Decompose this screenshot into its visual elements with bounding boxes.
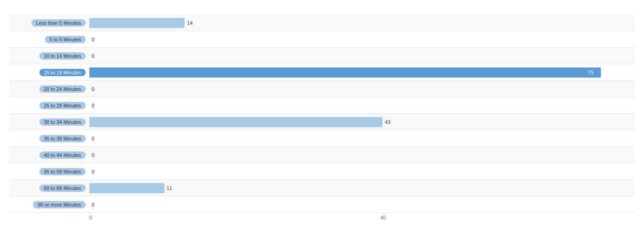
- bar-label-pill: 35 to 39 Minutes: [39, 135, 86, 142]
- bar-label-pill: 60 to 89 Minutes: [39, 184, 86, 192]
- bar-label-pill: 30 to 34 Minutes: [39, 118, 86, 126]
- bar-label-pill: 20 to 24 Minutes: [39, 85, 86, 93]
- bar-row: 5 to 9 Minutes0: [9, 31, 635, 48]
- bar-value: 0: [92, 103, 94, 108]
- bar-row: 35 to 39 Minutes0: [9, 130, 635, 147]
- bar-row: 90 or more Minutes0: [9, 196, 635, 213]
- bar-track: 0: [89, 196, 635, 212]
- bar-fill: [89, 67, 601, 78]
- bar-label-pill: 15 to 19 Minutes: [39, 69, 86, 76]
- bar-value: 0: [92, 86, 94, 92]
- bar-label-pill: Less than 5 Minutes: [32, 19, 86, 27]
- bar-value: 75: [588, 70, 594, 75]
- bar-fill: [89, 117, 382, 127]
- bar-row: 20 to 24 Minutes0: [9, 81, 635, 97]
- bar-label-pill: 5 to 9 Minutes: [45, 36, 86, 43]
- bar-value: 0: [92, 169, 94, 174]
- bar-value: 11: [167, 185, 172, 191]
- bar-track: 14: [89, 15, 635, 31]
- bar-track: 43: [89, 114, 635, 130]
- bar-label-pill: 40 to 44 Minutes: [39, 151, 86, 159]
- bar-value: 0: [92, 53, 94, 59]
- bar-value: 0: [92, 202, 94, 207]
- bar-value: 0: [92, 152, 94, 158]
- bar-value: 14: [187, 20, 192, 26]
- bar-fill: [89, 18, 185, 28]
- bar-row: 45 to 59 Minutes0: [9, 163, 635, 180]
- bar-track: 0: [89, 48, 635, 64]
- chart-container: Less than 5 Minutes145 to 9 Minutes010 t…: [0, 0, 644, 240]
- bar-track: 0: [89, 163, 635, 179]
- bar-row: 30 to 34 Minutes43: [9, 114, 635, 130]
- bar-label-pill: 25 to 29 Minutes: [39, 102, 86, 109]
- bar-track: 0: [89, 81, 635, 97]
- bar-row: 25 to 29 Minutes0: [9, 97, 635, 114]
- bar-row: 40 to 44 Minutes0: [9, 147, 635, 163]
- x-axis-tick: 0: [89, 215, 92, 220]
- bar-fill: [89, 183, 164, 193]
- x-axis-tick: 40: [380, 215, 386, 220]
- bar-row: Less than 5 Minutes14: [9, 15, 635, 31]
- bar-value: 0: [92, 37, 94, 42]
- bar-track: 0: [89, 130, 635, 146]
- bar-track: 75: [89, 64, 635, 80]
- bar-row: 60 to 89 Minutes11: [9, 180, 635, 196]
- bar-track: 0: [89, 97, 635, 113]
- bar-label-pill: 10 to 14 Minutes: [39, 52, 86, 60]
- bar-track: 0: [89, 31, 635, 47]
- bar-value: 43: [385, 119, 390, 125]
- bar-row: 10 to 14 Minutes0: [9, 48, 635, 64]
- bar-track: 11: [89, 180, 635, 196]
- bar-value: 0: [92, 136, 94, 141]
- bar-label-pill: 45 to 59 Minutes: [39, 168, 86, 175]
- bar-track: 0: [89, 147, 635, 163]
- chart-rows-wrapper: Less than 5 Minutes145 to 9 Minutes010 t…: [9, 15, 635, 213]
- bar-row: 15 to 19 Minutes75: [9, 64, 635, 81]
- bar-label-pill: 90 or more Minutes: [33, 201, 86, 208]
